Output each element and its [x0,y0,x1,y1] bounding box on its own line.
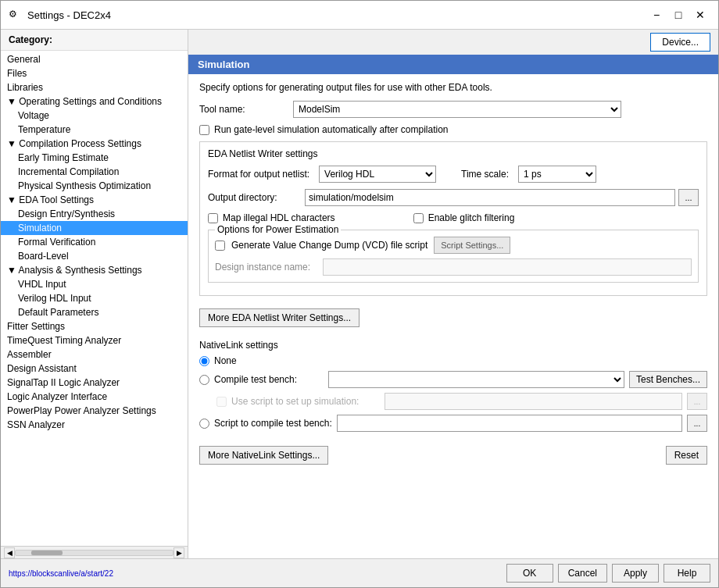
timescale-select[interactable]: 1 ps 10 ps 100 ps 1 ns [518,166,596,183]
compile-bench-label: Compile test bench: [214,374,324,385]
sidebar-item-early-timing[interactable]: Early Timing Estimate [1,151,188,165]
title-bar: ⚙ Settings - DEC2x4 − □ ✕ [1,1,718,30]
horizontal-scrollbar[interactable]: ◀ ▶ [1,546,188,558]
cancel-button[interactable]: Cancel [558,564,607,583]
run-gatelevel-checkbox[interactable] [199,125,209,135]
use-script-checkbox[interactable] [216,397,227,407]
compile-bench-radio[interactable] [199,375,209,385]
scroll-left-arrow[interactable]: ◀ [4,547,15,558]
left-panel: Category: GeneralFilesLibraries▼ Operati… [1,30,188,558]
script-compile-label: Script to compile test bench: [214,418,332,429]
more-nativelink-settings-button[interactable]: More NativeLink Settings... [199,446,328,465]
sidebar-item-design-entry[interactable]: Design Entry/Synthesis [1,207,188,221]
enable-glitch-checkbox[interactable] [413,213,424,223]
sidebar-item-design-assistant[interactable]: Design Assistant [1,362,188,376]
sidebar-item-default-parameters[interactable]: Default Parameters [1,305,188,319]
generate-vcd-label: Generate Value Change Dump (VCD) file sc… [231,240,427,251]
compile-bench-row: Compile test bench: Test Benches... [199,371,707,388]
map-illegal-row: Map illegal HDL characters [208,212,335,223]
tool-name-select[interactable]: ModelSim VCS NCSim [293,101,621,118]
output-dir-input[interactable] [305,189,675,206]
script-compile-input[interactable] [337,415,682,432]
run-gatelevel-row: Run gate-level simulation automatically … [199,124,707,135]
generate-vcd-checkbox[interactable] [215,241,225,251]
sidebar-item-operating-settings[interactable]: ▼ Operating Settings and Conditions [1,94,188,109]
sidebar-item-timequest-timing[interactable]: TimeQuest Timing Analyzer [1,333,188,347]
output-dir-label: Output directory: [208,192,302,203]
power-estimation-group: Options for Power Estimation Generate Va… [208,230,699,283]
use-script-browse-button[interactable]: ... [687,393,707,410]
compile-bench-select[interactable] [328,371,624,388]
sidebar-item-powerplay[interactable]: PowerPlay Power Analyzer Settings [1,404,188,418]
test-benches-button[interactable]: Test Benches... [629,371,707,388]
sidebar-item-general[interactable]: General [1,52,188,66]
sidebar-item-simulation[interactable]: Simulation [1,221,188,235]
scrollbar-track[interactable] [15,550,173,556]
scroll-right-arrow[interactable]: ▶ [173,547,184,558]
scrollbar-thumb[interactable] [31,551,63,555]
section-header: Simulation [188,55,718,74]
use-script-input [385,393,682,410]
minimize-button[interactable]: − [646,7,667,23]
device-button[interactable]: Device... [650,33,710,52]
maximize-button[interactable]: □ [668,7,689,23]
sidebar-item-ssn-analyzer[interactable]: SSN Analyzer [1,418,188,432]
map-illegal-label: Map illegal HDL characters [223,212,335,223]
sidebar-item-assembler[interactable]: Assembler [1,347,188,362]
app-icon: ⚙ [9,9,21,21]
category-tree: GeneralFilesLibraries▼ Operating Setting… [1,51,188,546]
output-dir-browse-button[interactable]: ... [678,189,699,206]
sidebar-item-analysis-synthesis[interactable]: ▼ Analysis & Synthesis Settings [1,263,188,277]
design-instance-row: Design instance name: [215,258,692,276]
sidebar-item-verilog-hdl-input[interactable]: Verilog HDL Input [1,291,188,305]
output-dir-row: Output directory: ... [208,189,699,206]
script-compile-browse-button[interactable]: ... [687,415,707,432]
format-label: Format for output netlist: [208,169,309,180]
use-script-row: Use script to set up simulation: ... [216,393,707,410]
none-radio[interactable] [199,356,209,366]
sidebar-item-temperature[interactable]: Temperature [1,123,188,137]
reset-button[interactable]: Reset [666,446,707,465]
category-header: Category: [1,30,188,51]
section-content: Specify options for generating output fi… [188,74,718,558]
sidebar-item-libraries[interactable]: Libraries [1,80,188,94]
enable-glitch-label: Enable glitch filtering [428,212,515,223]
none-label: None [214,355,237,366]
ok-button[interactable]: OK [506,564,553,583]
sidebar-item-voltage[interactable]: Voltage [1,109,188,123]
device-area: Device... [188,30,718,55]
timescale-label: Time scale: [461,169,509,180]
design-instance-label: Design instance name: [215,262,317,273]
script-settings-button[interactable]: Script Settings... [434,237,510,254]
close-button[interactable]: ✕ [690,7,710,23]
section-description: Specify options for generating output fi… [199,82,707,93]
sidebar-item-incremental-compilation[interactable]: Incremental Compilation [1,165,188,179]
title-bar-left: ⚙ Settings - DEC2x4 [9,9,111,21]
more-eda-settings-button[interactable]: More EDA Netlist Writer Settings... [199,308,360,327]
title-controls: − □ ✕ [646,7,710,23]
map-illegal-checkbox[interactable] [208,213,218,223]
design-instance-input[interactable] [323,258,692,276]
tool-name-label: Tool name: [199,104,293,115]
sidebar-item-vhdl-input[interactable]: VHDL Input [1,277,188,291]
sidebar-item-logic-analyzer[interactable]: Logic Analyzer Interface [1,390,188,404]
script-compile-row: Script to compile test bench: ... [199,415,707,432]
sidebar-item-physical-synthesis[interactable]: Physical Synthesis Optimization [1,179,188,193]
apply-button[interactable]: Apply [612,564,659,583]
main-window: ⚙ Settings - DEC2x4 − □ ✕ Category: Gene… [0,0,719,588]
use-script-label: Use script to set up simulation: [231,396,380,407]
right-panel: Device... Simulation Specify options for… [188,30,718,558]
power-estimation-title: Options for Power Estimation [215,224,341,235]
help-button[interactable]: Help [664,564,710,583]
sidebar-item-files[interactable]: Files [1,66,188,80]
script-compile-radio[interactable] [199,419,209,429]
sidebar-item-formal-verification[interactable]: Formal Verification [1,235,188,249]
eda-netlist-title: EDA Netlist Writer settings [208,148,699,159]
sidebar-item-eda-tool-settings[interactable]: ▼ EDA Tool Settings [1,193,188,207]
sidebar-item-board-level[interactable]: Board-Level [1,249,188,263]
format-select[interactable]: Verilog HDL VHDL [319,166,436,183]
sidebar-item-signaltap[interactable]: SignalTap II Logic Analyzer [1,376,188,390]
sidebar-item-compilation-process[interactable]: ▼ Compilation Process Settings [1,137,188,151]
bottom-action-row: More NativeLink Settings... Reset [199,440,707,471]
sidebar-item-fitter-settings[interactable]: Fitter Settings [1,319,188,333]
